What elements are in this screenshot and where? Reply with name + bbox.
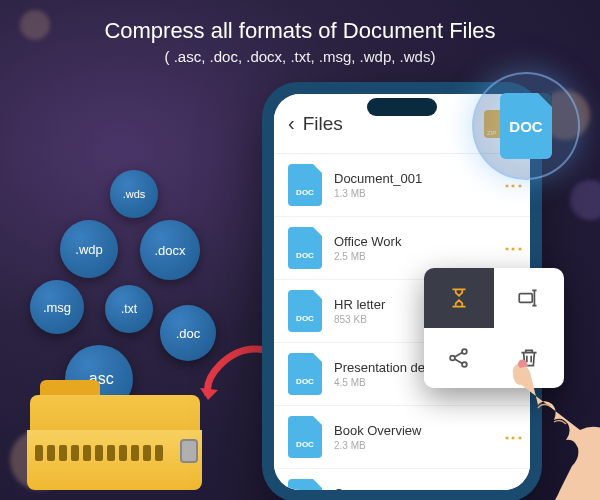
share-icon [446,345,472,371]
doc-badge: DOC [472,72,580,180]
format-bubble-docx: .docx [140,220,200,280]
doc-file-icon: DOC [288,416,322,458]
svg-rect-0 [519,294,532,303]
file-icon-label: DOC [288,188,322,197]
context-menu [424,268,564,388]
zip-folder-icon [25,385,205,495]
compress-button[interactable] [424,268,494,328]
format-bubble-msg: .msg [30,280,84,334]
file-name: Courses [334,486,512,490]
phone-notch [367,98,437,116]
doc-file-icon: DOC [288,479,322,490]
rename-icon [516,285,542,311]
file-size: 1.3 MB [334,188,512,199]
file-size: 2.5 MB [334,251,512,262]
file-name: Book Overview [334,423,512,438]
back-icon[interactable]: ‹ [288,112,295,135]
svg-point-1 [450,356,455,361]
doc-file-icon: DOC [288,290,322,332]
more-options-button[interactable]: ⋮ [512,429,516,446]
file-icon-label: DOC [288,377,322,386]
delete-button[interactable] [494,328,564,388]
format-bubble-txt: .txt [105,285,153,333]
file-icon-label: DOC [288,440,322,449]
doc-file-icon: DOC [288,227,322,269]
file-row[interactable]: DOCBook Overview2.3 MB⋮ [274,406,530,469]
doc-file-icon: DOC [500,93,552,159]
headline: Compress all formats of Document Files (… [0,0,600,65]
format-bubble-wdp: .wdp [60,220,118,278]
file-name: Office Work [334,234,512,249]
file-icon-label: DOC [288,314,322,323]
file-info: Office Work2.5 MB [334,234,512,262]
rename-button[interactable] [494,268,564,328]
more-options-button[interactable]: ⋮ [512,240,516,257]
file-row[interactable]: DOCCourses1.0 MB⋮ [274,469,530,490]
format-bubble-wds: .wds [110,170,158,218]
doc-badge-label: DOC [509,118,542,135]
headline-subtitle: ( .asc, .doc, .docx, .txt, .msg, .wdp, .… [0,48,600,65]
compress-icon [446,285,472,311]
file-name: Document_001 [334,171,512,186]
doc-file-icon: DOC [288,164,322,206]
svg-point-3 [462,362,467,367]
file-icon-label: DOC [288,251,322,260]
headline-title: Compress all formats of Document Files [0,18,600,44]
file-info: Document_0011.3 MB [334,171,512,199]
file-size: 2.3 MB [334,440,512,451]
file-info: Book Overview2.3 MB [334,423,512,451]
file-info: Courses1.0 MB [334,486,512,490]
share-button[interactable] [424,328,494,388]
svg-point-2 [462,349,467,354]
doc-file-icon: DOC [288,353,322,395]
delete-icon [516,345,542,371]
